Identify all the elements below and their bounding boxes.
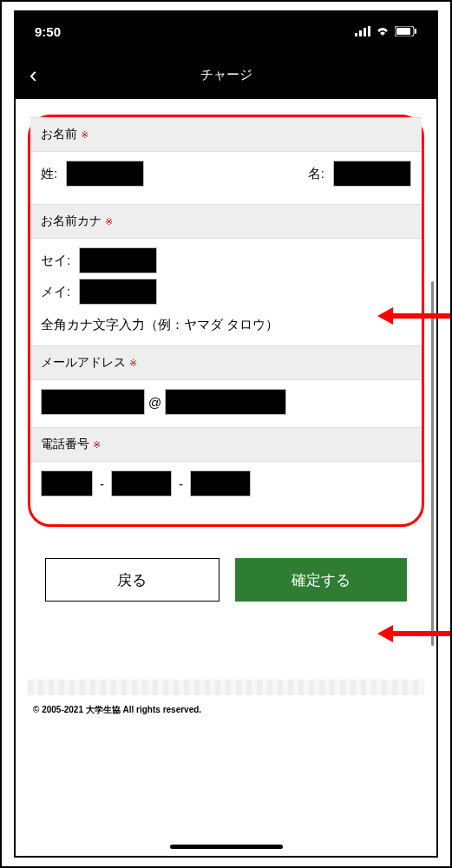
copyright: © 2005-2021 大学生協 All rights reserved. <box>28 695 424 725</box>
section-email: メールアドレス※ @ <box>30 345 422 424</box>
required-mark: ※ <box>93 439 101 450</box>
label-sei: セイ: <box>41 253 70 269</box>
input-firstname[interactable] <box>333 161 411 187</box>
status-bar: 9:50 <box>16 12 436 50</box>
label-name: お名前 <box>41 127 77 141</box>
footer-stripe <box>28 680 424 695</box>
label-lastname: 姓: <box>41 166 57 182</box>
svg-rect-0 <box>355 33 357 36</box>
phone-frame: 9:50 ‹ チャージ お名前※ 姓: 名: <box>14 10 438 858</box>
battery-icon <box>395 26 417 36</box>
label-name-kana: お名前カナ <box>41 214 102 227</box>
kana-hint: 全角カナ文字入力（例：ヤマダ タロウ） <box>30 312 422 342</box>
button-row: 戻る 確定する <box>28 558 424 602</box>
svg-rect-2 <box>364 28 366 36</box>
status-time: 9:50 <box>35 24 61 39</box>
annotation-arrow-form <box>377 307 450 325</box>
nav-bar: ‹ チャージ <box>16 50 436 99</box>
section-email-header: メールアドレス※ <box>30 345 422 380</box>
input-mei[interactable] <box>79 279 157 305</box>
svg-rect-6 <box>415 29 416 34</box>
section-name: お名前※ 姓: 名: <box>30 117 422 201</box>
input-lastname[interactable] <box>66 161 144 187</box>
content: お名前※ 姓: 名: お名前カナ※ <box>16 99 436 725</box>
tel-sep-2: - <box>179 477 183 491</box>
scrollbar[interactable] <box>431 281 434 646</box>
annotation-arrow-confirm <box>377 625 450 642</box>
input-sei[interactable] <box>79 247 157 273</box>
input-tel-3[interactable] <box>190 470 251 496</box>
label-tel: 電話番号 <box>41 437 89 450</box>
label-firstname: 名: <box>308 166 324 182</box>
label-email: メールアドレス <box>41 355 126 369</box>
signal-icon <box>355 26 370 36</box>
page-title: チャージ <box>16 67 436 83</box>
required-mark: ※ <box>81 129 88 140</box>
section-tel: 電話番号※ - - <box>30 427 422 505</box>
input-email-domain[interactable] <box>165 389 286 415</box>
input-tel-1[interactable] <box>41 470 93 496</box>
svg-rect-5 <box>396 28 410 35</box>
section-name-header: お名前※ <box>30 117 422 152</box>
back-button[interactable]: 戻る <box>45 558 219 602</box>
label-mei: メイ: <box>41 284 70 300</box>
home-indicator[interactable] <box>170 845 283 849</box>
confirm-button[interactable]: 確定する <box>235 558 408 602</box>
form-highlight: お名前※ 姓: 名: お名前カナ※ <box>28 115 424 527</box>
required-mark: ※ <box>105 216 113 227</box>
wifi-icon <box>376 26 390 36</box>
section-name-kana: お名前カナ※ セイ: メイ: 全角カナ文字入力（例：ヤマダ タロウ） <box>30 204 422 342</box>
tel-sep-1: - <box>100 477 104 491</box>
section-tel-header: 電話番号※ <box>30 427 422 462</box>
svg-rect-1 <box>359 30 362 36</box>
required-mark: ※ <box>129 358 137 368</box>
status-indicators <box>355 26 417 36</box>
section-kana-header: お名前カナ※ <box>30 204 422 239</box>
back-icon[interactable]: ‹ <box>29 63 37 86</box>
svg-rect-3 <box>368 26 370 36</box>
input-tel-2[interactable] <box>111 470 172 496</box>
at-sign: @ <box>148 395 161 410</box>
input-email-local[interactable] <box>41 389 145 415</box>
